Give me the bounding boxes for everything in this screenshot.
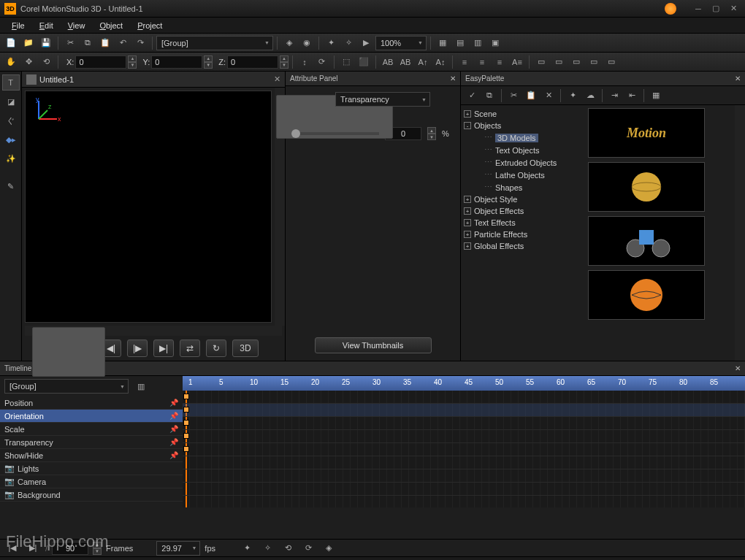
- shape-tool-icon[interactable]: ◪: [2, 93, 20, 110]
- minimize-button[interactable]: ─: [691, 3, 706, 15]
- tool4-icon[interactable]: ⬛: [356, 55, 372, 69]
- tree-item[interactable]: ⋯Shapes: [464, 181, 582, 193]
- track-label-row[interactable]: 📷Background: [0, 488, 183, 502]
- menu-object[interactable]: Object: [92, 20, 130, 31]
- tree-item[interactable]: +Object Style: [464, 193, 582, 205]
- light-icon[interactable]: ✦: [323, 36, 339, 50]
- layout3-icon[interactable]: ▥: [470, 36, 486, 50]
- align4-icon[interactable]: A↕: [432, 55, 448, 69]
- transparency-slider[interactable]: [291, 132, 379, 135]
- tree-item[interactable]: ⋯Text Objects: [464, 144, 582, 156]
- align2-icon[interactable]: AB: [397, 55, 413, 69]
- ep-grid-icon[interactable]: ▦: [648, 88, 664, 103]
- halign3-icon[interactable]: ≡: [492, 55, 508, 69]
- track-row[interactable]: [183, 417, 745, 430]
- tree-item[interactable]: ⋯Lathe Objects: [464, 169, 582, 181]
- attribute-close-icon[interactable]: ✕: [450, 74, 456, 83]
- layout4-icon[interactable]: ▣: [487, 36, 503, 50]
- thumbnail-item[interactable]: Motion: [588, 108, 705, 158]
- tlf1-icon[interactable]: ✦: [239, 541, 255, 556]
- timeline-filter-icon[interactable]: ▥: [133, 379, 149, 394]
- ep-add-icon[interactable]: ✦: [565, 88, 581, 103]
- track-label-row[interactable]: Transparency📌: [0, 436, 183, 449]
- maximize-button[interactable]: ▢: [708, 3, 723, 15]
- tree-item[interactable]: ⋯3D Models: [464, 131, 582, 144]
- tool3-icon[interactable]: ⬚: [338, 55, 354, 69]
- tool-b-icon[interactable]: ◉: [299, 36, 315, 50]
- tree-item[interactable]: +Object Effects: [464, 205, 582, 217]
- dist4-icon[interactable]: ▭: [586, 55, 602, 69]
- timeline-group-dropdown[interactable]: [Group]: [4, 379, 129, 394]
- dist3-icon[interactable]: ▭: [568, 55, 584, 69]
- fps-dropdown[interactable]: 29.97: [156, 541, 200, 556]
- track-row[interactable]: [183, 430, 745, 443]
- thumbnail-item[interactable]: [588, 162, 705, 212]
- tool-a-icon[interactable]: ◈: [281, 36, 297, 50]
- redo-icon[interactable]: ↷: [132, 36, 148, 50]
- dist2-icon[interactable]: ▭: [551, 55, 567, 69]
- tlf5-icon[interactable]: ◈: [321, 541, 337, 556]
- layout1-icon[interactable]: ▦: [435, 36, 451, 50]
- group-dropdown[interactable]: [Group]: [156, 36, 273, 50]
- tree-item[interactable]: +Global Effects: [464, 240, 582, 252]
- halign4-icon[interactable]: A≡: [509, 55, 525, 69]
- ep-cut-icon[interactable]: ✂: [505, 88, 522, 103]
- ep-cloud-icon[interactable]: ☁: [582, 88, 598, 103]
- z-input[interactable]: [227, 55, 278, 69]
- tree-item[interactable]: +Text Effects: [464, 217, 582, 229]
- hand-icon[interactable]: ✋: [3, 55, 19, 69]
- menu-view[interactable]: View: [61, 20, 93, 31]
- play-icon[interactable]: ▶: [358, 36, 374, 50]
- track-label-row[interactable]: Orientation📌: [0, 410, 183, 423]
- wand-icon[interactable]: ✧: [340, 36, 356, 50]
- new-icon[interactable]: 📄: [3, 36, 19, 50]
- thumb-scrollbar[interactable]: [735, 105, 745, 361]
- save-icon[interactable]: 💾: [38, 36, 54, 50]
- easypalette-close-icon[interactable]: ✕: [735, 74, 741, 83]
- zoom-dropdown[interactable]: 100%: [375, 36, 427, 50]
- halign1-icon[interactable]: ≡: [456, 55, 473, 69]
- rotate-icon[interactable]: ⟲: [38, 55, 54, 69]
- ep-copy-icon[interactable]: ⧉: [481, 88, 497, 103]
- y-input[interactable]: [151, 55, 202, 69]
- tlf3-icon[interactable]: ⟲: [280, 541, 296, 556]
- halign2-icon[interactable]: ≡: [474, 55, 490, 69]
- attr-dropdown[interactable]: Transparency: [335, 92, 430, 107]
- copy-icon[interactable]: ⧉: [80, 36, 96, 50]
- tree-item[interactable]: +Particle Effects: [464, 229, 582, 240]
- x-spinner[interactable]: ▲▼: [128, 55, 137, 69]
- tool1-icon[interactable]: ↕: [297, 55, 313, 69]
- ep-export-icon[interactable]: ⇤: [624, 88, 640, 103]
- particle-tool-icon[interactable]: ✨: [2, 150, 20, 166]
- x-input[interactable]: [75, 55, 126, 69]
- repeat-button[interactable]: ↻: [206, 340, 226, 357]
- frames-input[interactable]: [52, 542, 88, 555]
- tool2-icon[interactable]: ⟳: [314, 55, 330, 69]
- track-row[interactable]: [183, 404, 745, 417]
- align3-icon[interactable]: A↑: [415, 55, 431, 69]
- undo-icon[interactable]: ↶: [115, 36, 131, 50]
- layout2-icon[interactable]: ▤: [452, 36, 468, 50]
- menu-project[interactable]: Project: [130, 20, 169, 31]
- edit-tool-icon[interactable]: ✎: [2, 178, 20, 194]
- open-icon[interactable]: 📁: [20, 36, 37, 50]
- menu-file[interactable]: File: [4, 20, 32, 31]
- track-label-row[interactable]: 📷Camera: [0, 475, 183, 488]
- tree-item[interactable]: -Objects: [464, 120, 582, 131]
- text-tool-icon[interactable]: T: [2, 74, 20, 91]
- timeline-tracks-area[interactable]: 1510152025303540455055606570758085: [183, 376, 745, 539]
- timeline-close-icon[interactable]: ✕: [735, 364, 741, 372]
- ep-check-icon[interactable]: ✓: [464, 88, 480, 103]
- tree-item[interactable]: ⋯Extruded Objects: [464, 156, 582, 169]
- ep-paste-icon[interactable]: 📋: [523, 88, 539, 103]
- track-label-row[interactable]: Position📌: [0, 396, 183, 410]
- track-label-row[interactable]: Scale📌: [0, 423, 183, 436]
- 3d-toggle-button[interactable]: 3D: [232, 340, 259, 357]
- z-spinner[interactable]: ▲▼: [280, 55, 289, 69]
- frames-spinner[interactable]: ▲▼: [93, 542, 102, 555]
- viewport-hscroll[interactable]: [25, 326, 282, 336]
- timeline-ruler[interactable]: 1510152025303540455055606570758085: [183, 376, 745, 391]
- align1-icon[interactable]: AB: [380, 55, 396, 69]
- help-disc-icon[interactable]: [665, 3, 676, 15]
- loop-button[interactable]: ⇄: [180, 340, 200, 357]
